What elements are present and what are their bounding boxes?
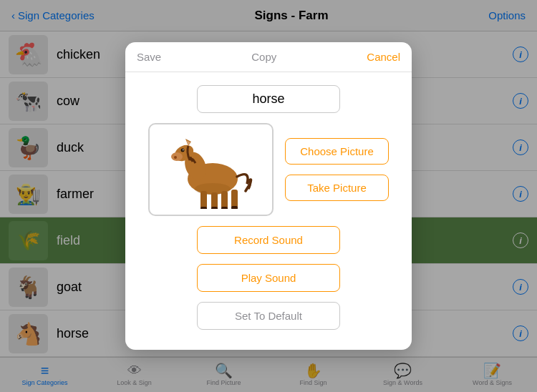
svg-rect-10	[211, 192, 218, 209]
modal-content: Choose Picture Take Picture Record Sound…	[125, 72, 412, 330]
modal-toolbar: Save Copy Cancel	[125, 42, 412, 72]
play-sound-button[interactable]: Play Sound	[197, 264, 340, 292]
cancel-button[interactable]: Cancel	[367, 51, 400, 63]
svg-point-6	[183, 150, 184, 151]
save-button[interactable]: Save	[137, 51, 161, 63]
svg-point-3	[171, 152, 183, 161]
svg-point-4	[174, 156, 177, 159]
svg-rect-14	[211, 207, 218, 209]
svg-point-5	[180, 149, 184, 152]
record-sound-button[interactable]: Record Sound	[197, 226, 340, 254]
picture-row: Choose Picture Take Picture	[140, 123, 397, 216]
take-picture-button[interactable]: Take Picture	[285, 175, 389, 201]
copy-button[interactable]: Copy	[251, 51, 276, 63]
set-default-button[interactable]: Set To Default	[197, 302, 340, 330]
picture-buttons: Choose Picture Take Picture	[285, 138, 389, 201]
horse-image	[161, 130, 261, 209]
picture-frame	[148, 123, 274, 216]
word-input[interactable]	[197, 85, 340, 113]
svg-rect-12	[231, 190, 238, 208]
edit-modal: Save Copy Cancel	[125, 42, 412, 350]
svg-point-17	[195, 183, 231, 195]
modal-overlay: Save Copy Cancel	[0, 0, 537, 392]
svg-rect-13	[200, 207, 207, 209]
svg-rect-16	[231, 206, 238, 209]
choose-picture-button[interactable]: Choose Picture	[285, 138, 389, 165]
svg-rect-15	[221, 207, 228, 209]
